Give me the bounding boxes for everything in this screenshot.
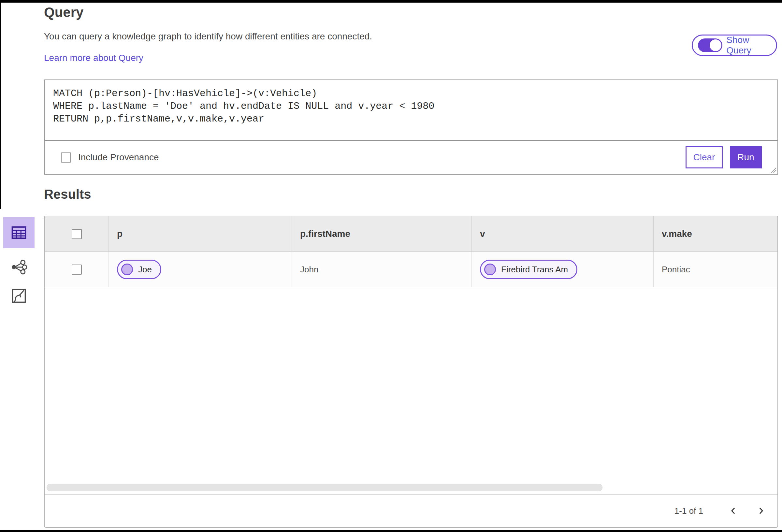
window-frame-bottom	[0, 530, 782, 532]
select-all-cell	[45, 216, 109, 251]
include-provenance-checkbox[interactable]	[61, 152, 71, 163]
entity-chip-label: Firebird Trans Am	[501, 264, 568, 275]
query-description: You can query a knowledge graph to ident…	[44, 31, 372, 42]
table-pagination-bar: 1-1 of 1	[45, 494, 777, 527]
table-header-row: p p.firstName v v.make	[45, 216, 777, 252]
results-title: Results	[44, 187, 91, 202]
resize-grip-icon[interactable]	[769, 166, 777, 173]
results-table: p p.firstName v v.make Joe John Firebird…	[44, 216, 778, 528]
page-title: Query	[44, 5, 83, 20]
sidebar-item-table-view[interactable]	[3, 217, 35, 248]
cell-v: Firebird Trans Am	[472, 252, 654, 287]
sidebar-item-graph-view[interactable]	[9, 258, 29, 276]
network-icon	[10, 259, 27, 275]
include-provenance-label: Include Provenance	[78, 152, 159, 163]
column-header-p-firstname[interactable]: p.firstName	[292, 216, 472, 251]
entity-avatar	[484, 263, 496, 275]
column-header-v[interactable]: v	[472, 216, 654, 251]
query-textarea[interactable]: MATCH (p:Person)-[hv:HasVehicle]->(v:Veh…	[45, 80, 777, 141]
next-page-button[interactable]	[753, 503, 768, 518]
entity-chip-vehicle[interactable]: Firebird Trans Am	[480, 260, 577, 279]
sidebar-item-map-view[interactable]	[10, 287, 28, 305]
table-body-empty-area	[45, 287, 777, 494]
horizontal-scrollbar-thumb[interactable]	[46, 484, 602, 491]
window-frame-top	[0, 0, 782, 3]
cell-p: Joe	[109, 252, 292, 287]
query-editor-footer: Include Provenance Clear Run	[45, 141, 777, 174]
table-row: Joe John Firebird Trans Am Pontiac	[45, 252, 777, 287]
toggle-knob	[710, 39, 721, 51]
cell-v-make: Pontiac	[654, 252, 777, 287]
run-button[interactable]: Run	[730, 146, 762, 169]
chevron-right-icon	[756, 506, 766, 516]
cell-p-firstname: John	[292, 252, 472, 287]
show-query-label: Show Query	[726, 35, 776, 56]
entity-chip-label: Joe	[138, 264, 152, 275]
column-header-v-make[interactable]: v.make	[654, 216, 777, 251]
column-header-p[interactable]: p	[109, 216, 292, 251]
query-editor-panel: MATCH (p:Person)-[hv:HasVehicle]->(v:Veh…	[44, 79, 778, 175]
row-select-cell	[45, 252, 109, 287]
prev-page-button[interactable]	[726, 503, 741, 518]
clear-button[interactable]: Clear	[685, 146, 723, 169]
show-query-toggle[interactable]: Show Query	[692, 35, 777, 56]
window-frame-left	[0, 0, 1, 209]
entity-chip-person[interactable]: Joe	[117, 260, 161, 279]
pagination-range: 1-1 of 1	[674, 506, 703, 516]
row-checkbox[interactable]	[72, 264, 82, 275]
entity-avatar	[121, 263, 133, 275]
toggle-switch-icon[interactable]	[698, 38, 722, 52]
chevron-left-icon	[728, 506, 738, 516]
map-icon	[11, 288, 27, 304]
select-all-checkbox[interactable]	[72, 229, 82, 239]
learn-more-link[interactable]: Learn more about Query	[44, 53, 143, 63]
table-icon	[11, 224, 27, 241]
